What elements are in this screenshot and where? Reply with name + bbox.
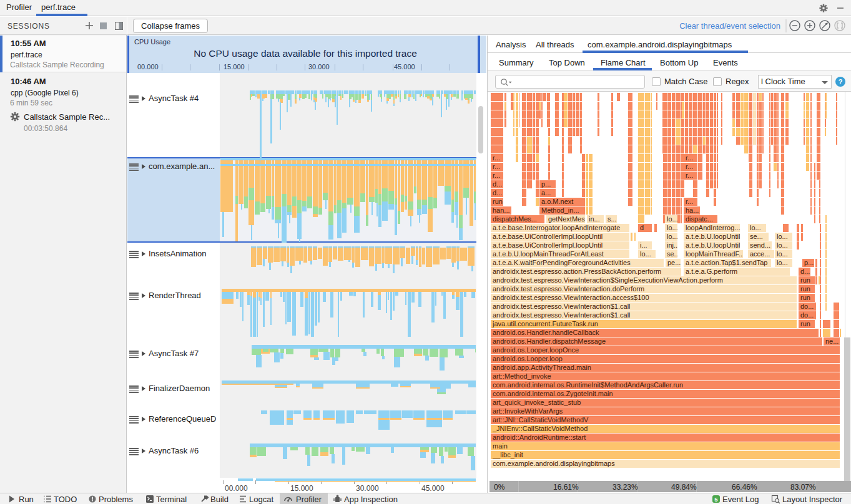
svg-text:5: 5 [714,496,718,503]
